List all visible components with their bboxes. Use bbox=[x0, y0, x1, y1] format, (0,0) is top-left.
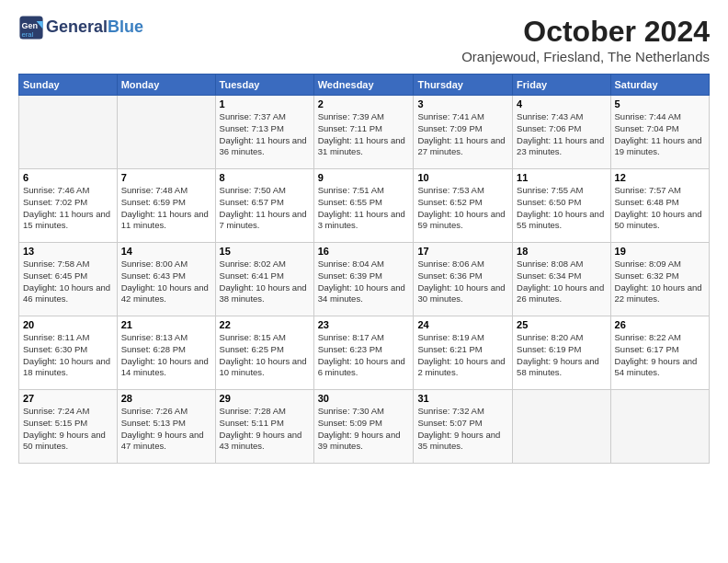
day-info: Sunrise: 7:43 AM Sunset: 7:06 PM Dayligh… bbox=[517, 111, 606, 158]
day-info: Sunrise: 7:53 AM Sunset: 6:52 PM Dayligh… bbox=[417, 185, 508, 232]
day-number: 15 bbox=[220, 246, 310, 257]
calendar-week-row: 27Sunrise: 7:24 AM Sunset: 5:15 PM Dayli… bbox=[19, 390, 710, 464]
day-number: 17 bbox=[417, 246, 508, 257]
day-info: Sunrise: 7:32 AM Sunset: 5:07 PM Dayligh… bbox=[417, 406, 508, 453]
calendar-cell: 30Sunrise: 7:30 AM Sunset: 5:09 PM Dayli… bbox=[313, 390, 414, 464]
calendar-cell bbox=[610, 390, 709, 464]
calendar-cell: 13Sunrise: 7:58 AM Sunset: 6:45 PM Dayli… bbox=[19, 243, 118, 316]
day-number: 28 bbox=[121, 393, 211, 404]
day-info: Sunrise: 8:06 AM Sunset: 6:36 PM Dayligh… bbox=[417, 259, 508, 305]
calendar-cell: 31Sunrise: 7:32 AM Sunset: 5:07 PM Dayli… bbox=[414, 390, 513, 464]
calendar-cell: 4Sunrise: 7:43 AM Sunset: 7:06 PM Daylig… bbox=[513, 96, 610, 169]
day-info: Sunrise: 8:17 AM Sunset: 6:23 PM Dayligh… bbox=[318, 332, 410, 379]
day-number: 13 bbox=[23, 246, 113, 257]
day-info: Sunrise: 8:20 AM Sunset: 6:19 PM Dayligh… bbox=[517, 332, 606, 379]
day-number: 1 bbox=[220, 98, 310, 109]
day-info: Sunrise: 8:11 AM Sunset: 6:30 PM Dayligh… bbox=[23, 332, 113, 379]
calendar-cell: 1Sunrise: 7:37 AM Sunset: 7:13 PM Daylig… bbox=[215, 96, 313, 169]
calendar-cell: 8Sunrise: 7:50 AM Sunset: 6:57 PM Daylig… bbox=[215, 169, 313, 243]
day-info: Sunrise: 8:09 AM Sunset: 6:32 PM Dayligh… bbox=[615, 259, 705, 305]
day-number: 6 bbox=[23, 172, 113, 183]
calendar-cell: 5Sunrise: 7:44 AM Sunset: 7:04 PM Daylig… bbox=[610, 96, 709, 169]
day-info: Sunrise: 7:57 AM Sunset: 6:48 PM Dayligh… bbox=[615, 185, 705, 232]
day-number: 3 bbox=[417, 98, 508, 109]
weekday-header: Sunday bbox=[19, 75, 118, 96]
day-number: 8 bbox=[220, 172, 310, 183]
day-number: 27 bbox=[23, 393, 113, 404]
calendar-cell: 24Sunrise: 8:19 AM Sunset: 6:21 PM Dayli… bbox=[414, 316, 513, 390]
weekday-header: Saturday bbox=[610, 75, 709, 96]
day-number: 26 bbox=[615, 319, 705, 330]
day-info: Sunrise: 7:55 AM Sunset: 6:50 PM Dayligh… bbox=[517, 185, 606, 232]
day-info: Sunrise: 7:37 AM Sunset: 7:13 PM Dayligh… bbox=[220, 111, 310, 158]
day-number: 14 bbox=[121, 246, 211, 257]
day-info: Sunrise: 8:04 AM Sunset: 6:39 PM Dayligh… bbox=[318, 259, 410, 305]
weekday-header: Thursday bbox=[414, 75, 513, 96]
page: Gen eral GeneralBlue October 2024 Oranje… bbox=[0, 0, 728, 478]
day-info: Sunrise: 7:39 AM Sunset: 7:11 PM Dayligh… bbox=[318, 111, 410, 158]
weekday-header: Friday bbox=[513, 75, 610, 96]
calendar-cell bbox=[19, 96, 118, 169]
day-number: 12 bbox=[615, 172, 705, 183]
svg-text:eral: eral bbox=[22, 30, 34, 39]
day-info: Sunrise: 7:44 AM Sunset: 7:04 PM Dayligh… bbox=[615, 111, 705, 158]
month-title: October 2024 bbox=[461, 15, 710, 49]
day-info: Sunrise: 8:15 AM Sunset: 6:25 PM Dayligh… bbox=[220, 332, 310, 379]
calendar-week-row: 20Sunrise: 8:11 AM Sunset: 6:30 PM Dayli… bbox=[19, 316, 710, 390]
calendar-cell: 25Sunrise: 8:20 AM Sunset: 6:19 PM Dayli… bbox=[513, 316, 610, 390]
day-number: 16 bbox=[318, 246, 410, 257]
header: Gen eral GeneralBlue October 2024 Oranje… bbox=[18, 15, 710, 64]
calendar-cell: 10Sunrise: 7:53 AM Sunset: 6:52 PM Dayli… bbox=[414, 169, 513, 243]
day-number: 30 bbox=[318, 393, 410, 404]
calendar-header: SundayMondayTuesdayWednesdayThursdayFrid… bbox=[19, 75, 710, 96]
day-number: 25 bbox=[517, 319, 606, 330]
day-number: 18 bbox=[517, 246, 606, 257]
calendar-cell: 12Sunrise: 7:57 AM Sunset: 6:48 PM Dayli… bbox=[610, 169, 709, 243]
calendar-cell: 28Sunrise: 7:26 AM Sunset: 5:13 PM Dayli… bbox=[117, 390, 215, 464]
day-info: Sunrise: 7:48 AM Sunset: 6:59 PM Dayligh… bbox=[121, 185, 211, 232]
day-info: Sunrise: 8:22 AM Sunset: 6:17 PM Dayligh… bbox=[615, 332, 705, 379]
calendar-cell: 7Sunrise: 7:48 AM Sunset: 6:59 PM Daylig… bbox=[117, 169, 215, 243]
calendar-cell: 21Sunrise: 8:13 AM Sunset: 6:28 PM Dayli… bbox=[117, 316, 215, 390]
day-info: Sunrise: 7:41 AM Sunset: 7:09 PM Dayligh… bbox=[417, 111, 508, 158]
day-info: Sunrise: 7:30 AM Sunset: 5:09 PM Dayligh… bbox=[318, 406, 410, 453]
day-info: Sunrise: 8:02 AM Sunset: 6:41 PM Dayligh… bbox=[220, 259, 310, 305]
calendar-cell: 9Sunrise: 7:51 AM Sunset: 6:55 PM Daylig… bbox=[313, 169, 414, 243]
day-info: Sunrise: 8:00 AM Sunset: 6:43 PM Dayligh… bbox=[121, 259, 211, 305]
weekday-header: Monday bbox=[117, 75, 215, 96]
day-number: 20 bbox=[23, 319, 113, 330]
day-number: 31 bbox=[417, 393, 508, 404]
calendar-cell: 26Sunrise: 8:22 AM Sunset: 6:17 PM Dayli… bbox=[610, 316, 709, 390]
day-info: Sunrise: 7:26 AM Sunset: 5:13 PM Dayligh… bbox=[121, 406, 211, 453]
weekday-row: SundayMondayTuesdayWednesdayThursdayFrid… bbox=[19, 75, 710, 96]
weekday-header: Tuesday bbox=[215, 75, 313, 96]
day-number: 11 bbox=[517, 172, 606, 183]
day-info: Sunrise: 7:24 AM Sunset: 5:15 PM Dayligh… bbox=[23, 406, 113, 453]
day-number: 21 bbox=[121, 319, 211, 330]
calendar-week-row: 13Sunrise: 7:58 AM Sunset: 6:45 PM Dayli… bbox=[19, 243, 710, 316]
calendar-cell: 27Sunrise: 7:24 AM Sunset: 5:15 PM Dayli… bbox=[19, 390, 118, 464]
calendar-cell: 19Sunrise: 8:09 AM Sunset: 6:32 PM Dayli… bbox=[610, 243, 709, 316]
calendar-body: 1Sunrise: 7:37 AM Sunset: 7:13 PM Daylig… bbox=[19, 96, 710, 464]
calendar-cell: 14Sunrise: 8:00 AM Sunset: 6:43 PM Dayli… bbox=[117, 243, 215, 316]
day-number: 7 bbox=[121, 172, 211, 183]
logo-icon: Gen eral bbox=[18, 15, 44, 40]
calendar-table: SundayMondayTuesdayWednesdayThursdayFrid… bbox=[18, 74, 710, 464]
calendar-cell: 23Sunrise: 8:17 AM Sunset: 6:23 PM Dayli… bbox=[313, 316, 414, 390]
location-title: Oranjewoud, Friesland, The Netherlands bbox=[461, 49, 710, 64]
day-info: Sunrise: 8:13 AM Sunset: 6:28 PM Dayligh… bbox=[121, 332, 211, 379]
calendar-cell: 15Sunrise: 8:02 AM Sunset: 6:41 PM Dayli… bbox=[215, 243, 313, 316]
calendar-cell bbox=[513, 390, 610, 464]
day-info: Sunrise: 7:58 AM Sunset: 6:45 PM Dayligh… bbox=[23, 259, 113, 305]
day-number: 23 bbox=[318, 319, 410, 330]
calendar-cell: 11Sunrise: 7:55 AM Sunset: 6:50 PM Dayli… bbox=[513, 169, 610, 243]
day-info: Sunrise: 7:46 AM Sunset: 7:02 PM Dayligh… bbox=[23, 185, 113, 232]
day-number: 5 bbox=[615, 98, 705, 109]
day-number: 2 bbox=[318, 98, 410, 109]
day-number: 10 bbox=[417, 172, 508, 183]
day-number: 24 bbox=[417, 319, 508, 330]
calendar-cell: 18Sunrise: 8:08 AM Sunset: 6:34 PM Dayli… bbox=[513, 243, 610, 316]
day-number: 9 bbox=[318, 172, 410, 183]
calendar-cell: 20Sunrise: 8:11 AM Sunset: 6:30 PM Dayli… bbox=[19, 316, 118, 390]
weekday-header: Wednesday bbox=[313, 75, 414, 96]
